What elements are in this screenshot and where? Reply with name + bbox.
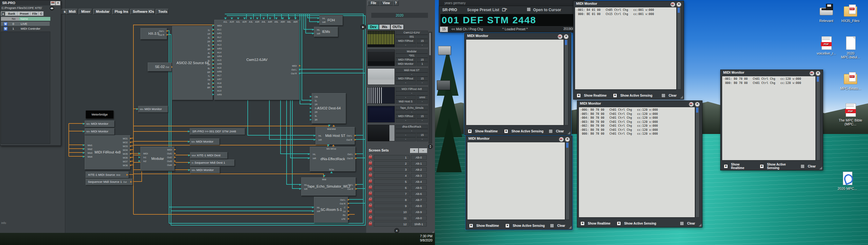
module-monC[interactable]: MInMIDI Monitor bbox=[85, 128, 115, 135]
clear-button[interactable] bbox=[549, 129, 553, 133]
device-preset[interactable]: - bbox=[396, 129, 428, 133]
close-icon[interactable]: ✕ bbox=[565, 137, 570, 142]
desktop-icon-device[interactable] bbox=[438, 46, 451, 55]
monitor-scrollbar[interactable] bbox=[565, 142, 570, 220]
screen-set-slot[interactable]: 11 bbox=[374, 216, 409, 220]
module-seqsrc[interactable]: Sequencer Midi Source 1Out bbox=[86, 179, 133, 185]
screen-sets-remove-button[interactable]: − bbox=[419, 148, 427, 153]
screen-sets-add-button[interactable]: + bbox=[410, 148, 418, 153]
minimize-icon[interactable] bbox=[670, 2, 675, 7]
scrollbar-thumb[interactable] bbox=[678, 8, 680, 13]
monitor-log-area[interactable] bbox=[466, 39, 564, 126]
clear-button[interactable] bbox=[801, 164, 805, 168]
screen-set-hotkey[interactable]: Alt-8 bbox=[411, 203, 427, 208]
scrollbar-thumb[interactable] bbox=[817, 77, 819, 82]
preset-path[interactable]: C:/Program Files/SCOPE XITE/ bbox=[2, 6, 42, 9]
monitor-log-area[interactable]: -001: B4 01 00 Ch05 Ctrl Chg cc:001 v:00… bbox=[575, 7, 677, 90]
lock-icon[interactable] bbox=[369, 168, 372, 171]
show-active-sensing-checkbox[interactable]: ✕ bbox=[505, 224, 509, 228]
midi-monitor-window[interactable]: MIDI Monitor✕✕Show Realtime✕Show Active … bbox=[466, 136, 572, 230]
device-thumbnail-mixer[interactable] bbox=[368, 31, 395, 47]
screen-set-slot[interactable]: 6 bbox=[374, 185, 409, 190]
device-midi-ch[interactable]: 15 bbox=[416, 133, 428, 137]
screen-set-hotkey[interactable]: Alt-2 bbox=[411, 167, 427, 172]
module-asiodest[interactable]: ASIO2 Dest-64Clk1L1R2L2R3L3R bbox=[312, 93, 346, 124]
path-nav-icon[interactable]: ◀▶ bbox=[50, 6, 54, 10]
minimize-icon[interactable] bbox=[689, 102, 694, 107]
tab-outs[interactable]: OUTs bbox=[391, 24, 404, 30]
window-resize-grip[interactable] bbox=[569, 226, 571, 229]
taskbar[interactable]: aiLOKs|cb bbox=[0, 233, 435, 245]
device-midi-route[interactable]: MIDI FilRout bbox=[396, 114, 416, 118]
module-monB[interactable]: MInMIDI Monitor bbox=[85, 120, 115, 127]
screen-set-slot[interactable]: 4 bbox=[374, 173, 409, 178]
clear-button[interactable] bbox=[680, 221, 684, 225]
device-midi-route[interactable]: MIDI FilRout bbox=[396, 39, 416, 43]
lock-icon[interactable] bbox=[369, 198, 372, 201]
midi-monitor-window[interactable]: MIDI Monitor✕✕Show Realtime✕Show Active … bbox=[464, 33, 571, 135]
device-aux[interactable]: - bbox=[396, 137, 416, 141]
device-preset[interactable]: - bbox=[396, 110, 428, 114]
show-active-sensing-checkbox[interactable]: ✕ bbox=[617, 221, 621, 225]
device-name[interactable]: Cwm12-6JAV bbox=[396, 31, 428, 35]
show-active-sensing-checkbox[interactable]: ✕ bbox=[613, 93, 617, 98]
device-aux-val[interactable]: - bbox=[416, 137, 428, 141]
module-srpro_dest[interactable]: SR-PRO >> 001 DEF STM 2448 bbox=[190, 128, 245, 135]
module-scroom[interactable]: SC-Room 5-1InLInROut LOut RCLsRsLFE bbox=[314, 197, 348, 223]
preset-row[interactable]: B0LIVE bbox=[1, 22, 50, 26]
desktop-icon-voicelive-r-[interactable]: PDFvoicelive_r... bbox=[813, 36, 840, 55]
lock-icon[interactable] bbox=[369, 162, 372, 165]
close-icon[interactable]: ✕ bbox=[55, 1, 61, 5]
midi-ch-prog-label[interactable]: << Midi Ch / Prog Chg bbox=[452, 27, 483, 31]
device-midi-ch[interactable]: 15 bbox=[416, 39, 428, 43]
device-thumbnail-host[interactable] bbox=[368, 68, 395, 85]
device-preset[interactable]: *001 bbox=[396, 54, 428, 58]
device-thumbnail-dna[interactable] bbox=[368, 125, 395, 141]
open-to-cursor-checkbox[interactable] bbox=[527, 7, 531, 11]
minimize-icon[interactable] bbox=[558, 34, 563, 39]
module-hx35[interactable]: HX-3.5Out LOut R bbox=[141, 28, 167, 39]
device-aux-val[interactable]: - bbox=[416, 43, 428, 47]
screen-set-hotkey[interactable]: Alt-5 bbox=[411, 185, 427, 190]
lock-icon[interactable] bbox=[369, 217, 372, 219]
close-icon[interactable]: ✕ bbox=[564, 34, 569, 39]
screen-set-hotkey[interactable]: Alt-6 bbox=[411, 191, 427, 196]
screen-set-slot[interactable]: 10 bbox=[374, 210, 409, 214]
device-thumbnail-filrout[interactable] bbox=[368, 87, 395, 104]
screen-set-slot[interactable]: 2 bbox=[374, 161, 409, 166]
lock-icon[interactable] bbox=[369, 223, 372, 225]
device-aux-val[interactable]: - bbox=[416, 118, 428, 123]
close-icon[interactable]: ✕ bbox=[676, 2, 681, 7]
module-monE[interactable]: MInMIDI Monitor bbox=[190, 167, 220, 173]
module-monA[interactable]: MInMIDI Monitor bbox=[138, 106, 168, 113]
device-aux-val[interactable]: - bbox=[416, 100, 428, 104]
device-preset[interactable]: - bbox=[396, 91, 428, 96]
monitor-log-area[interactable]: -001: B0 78 00 Ch01 Ctrl Chg cc:120 v:00… bbox=[722, 76, 816, 160]
midi-monitor-window[interactable]: MIDI Monitor✕-001: B4 01 00 Ch05 Ctrl Ch… bbox=[573, 1, 684, 100]
minimize-icon[interactable] bbox=[50, 1, 55, 5]
collapse-button[interactable]: ▲ bbox=[1, 11, 5, 16]
scrollbar-thumb[interactable] bbox=[696, 108, 698, 113]
screen-set-hotkey[interactable]: Alt-0 bbox=[411, 216, 427, 220]
panel-menu-file[interactable]: File bbox=[368, 1, 379, 6]
device-thumbnail-tape[interactable] bbox=[368, 106, 395, 123]
close-icon[interactable]: ✕ bbox=[815, 71, 820, 76]
column-no[interactable]: No bbox=[10, 17, 20, 21]
device-aux-val[interactable]: - bbox=[416, 81, 428, 85]
monitor-log-area[interactable] bbox=[467, 142, 565, 220]
toolbar-tab-modular[interactable]: Modular bbox=[93, 9, 111, 15]
srpro-preset-window[interactable]: SR-PRO ✕ C:/Program Files/SCOPE XITE/ ◀▶… bbox=[0, 0, 61, 146]
preset-list-area[interactable] bbox=[1, 32, 50, 144]
screen-set-slot[interactable]: 7 bbox=[374, 191, 409, 196]
desktop-icon-the-mpc-bible-mpc-[interactable]: PDFThe MPC Bible (MPC... bbox=[837, 103, 864, 126]
module-filrout[interactable]: MIDI FilRout 4x8Mid1Mid2Mid3Mid4MO1MO2MO… bbox=[85, 135, 130, 170]
screen-set-hotkey[interactable]: Alt-9 bbox=[411, 210, 427, 214]
clear-button[interactable] bbox=[550, 224, 554, 228]
preset-button[interactable]: Preset bbox=[18, 11, 31, 16]
device-aux[interactable]: Midi Host S bbox=[396, 100, 416, 104]
toolbar-tab-plug-ins[interactable]: Plug Ins bbox=[112, 9, 129, 15]
panel-collapse-icon[interactable]: ▲ bbox=[394, 228, 399, 233]
device-midi-ch[interactable]: 15 bbox=[416, 77, 428, 81]
close-icon[interactable]: ✕ bbox=[695, 102, 700, 107]
desktop-icon-relevant[interactable]: Relevant bbox=[813, 3, 840, 23]
